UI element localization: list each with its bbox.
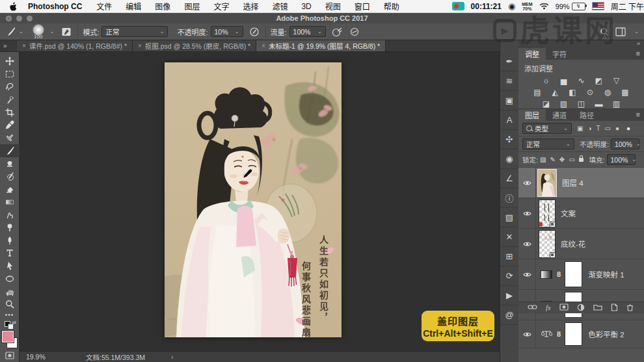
- status-chevron-icon[interactable]: ›: [171, 354, 173, 361]
- dock-history-icon[interactable]: ⟳: [500, 266, 519, 286]
- gradient-map-layer-icon[interactable]: [541, 270, 552, 279]
- move-tool[interactable]: [0, 55, 20, 68]
- link-layers-icon[interactable]: [528, 304, 537, 311]
- tab-channels[interactable]: 通道: [546, 109, 573, 121]
- collapse-panels-chevron-icon[interactable]: »: [518, 40, 644, 48]
- path-selection-tool[interactable]: [0, 259, 20, 272]
- add-mask-icon[interactable]: [559, 304, 569, 312]
- visibility-eye-icon[interactable]: [518, 320, 536, 348]
- wifi-icon[interactable]: [539, 3, 549, 10]
- lock-all-icon[interactable]: [579, 158, 584, 162]
- adj-threshold-icon[interactable]: ◫: [576, 99, 587, 109]
- menu-layer[interactable]: 图层: [184, 1, 200, 12]
- document-tab-2[interactable]: × 抠图.psd @ 28.5% (磨皮, RGB/8) *: [133, 40, 256, 51]
- menu-edit[interactable]: 编辑: [126, 1, 141, 12]
- search-icon[interactable]: [600, 27, 609, 36]
- shape-tool[interactable]: [0, 272, 20, 285]
- pen-tool[interactable]: [0, 234, 20, 247]
- edit-toolbar-dots-icon[interactable]: •••: [0, 311, 20, 320]
- delete-layer-icon[interactable]: [626, 304, 634, 313]
- dock-brushes-icon[interactable]: ✒: [500, 52, 519, 71]
- layer-name[interactable]: 文案: [561, 208, 576, 218]
- filter-type-layers-icon[interactable]: T: [597, 125, 600, 132]
- layer-row-selected[interactable]: 图层 4: [518, 168, 644, 198]
- menu-type[interactable]: 文字: [213, 1, 229, 12]
- brush-preset-picker[interactable]: 100: [29, 23, 48, 40]
- close-icon[interactable]: ×: [22, 42, 26, 49]
- adj-selective-color-icon[interactable]: ▥: [611, 99, 622, 109]
- layer-row[interactable]: 8 渐变映射 1: [518, 259, 644, 290]
- lock-pixels-icon[interactable]: ✎: [550, 156, 555, 163]
- close-icon[interactable]: ×: [262, 42, 265, 49]
- type-tool[interactable]: [0, 247, 20, 260]
- brush-tool-preset-icon[interactable]: [4, 25, 17, 38]
- layer-thumbnail[interactable]: [539, 230, 556, 258]
- hand-tool[interactable]: [0, 285, 20, 298]
- layer-row[interactable]: 底纹-花: [518, 229, 644, 259]
- layer-name[interactable]: 底纹-花: [561, 239, 585, 249]
- clone-stamp-tool[interactable]: [0, 157, 20, 170]
- dodge-tool[interactable]: [0, 221, 20, 234]
- visibility-eye-icon[interactable]: [518, 259, 536, 289]
- tab-adjustments[interactable]: 调整: [518, 48, 546, 60]
- adj-gradient-map-icon[interactable]: ▬: [594, 99, 604, 109]
- layer-thumbnail[interactable]: [539, 200, 556, 227]
- adj-channel-mixer-icon[interactable]: ◍: [602, 88, 613, 97]
- pressure-opacity-icon[interactable]: [248, 25, 261, 38]
- tab-character[interactable]: 字符: [546, 48, 573, 60]
- dock-libraries-icon[interactable]: ◉: [500, 149, 519, 169]
- adj-black-white-icon[interactable]: ◧: [567, 88, 578, 97]
- lock-position-icon[interactable]: ✥: [559, 156, 565, 163]
- adj-photo-filter-icon[interactable]: ⊙: [585, 88, 595, 97]
- document-tab-3-active[interactable]: × 未标题-1 @ 19.9% (图层 4, RGB/8) *: [256, 40, 386, 51]
- menu-select[interactable]: 选择: [243, 1, 258, 12]
- adj-color-lookup-icon[interactable]: ▩: [620, 88, 630, 97]
- layer-opacity-dropdown[interactable]: 100%⌄: [611, 138, 639, 149]
- input-language-flag-icon[interactable]: [592, 2, 604, 10]
- adj-invert-icon[interactable]: ◪: [541, 99, 552, 109]
- battery-indicator[interactable]: 99% ↯: [556, 3, 585, 10]
- dock-brush-settings-icon[interactable]: ≋: [500, 71, 519, 91]
- layer-fill-dropdown[interactable]: 100%⌄: [607, 154, 636, 165]
- document-canvas[interactable]: [165, 62, 342, 337]
- brush-tool-active[interactable]: [0, 144, 20, 157]
- layer-name[interactable]: 图层 4: [562, 177, 584, 188]
- apple-menu-icon[interactable]: [8, 2, 16, 11]
- filter-shape-layers-icon[interactable]: ▭: [605, 125, 611, 132]
- dock-curves-graph-icon[interactable]: ∠: [500, 169, 519, 188]
- visibility-eye-icon[interactable]: [518, 168, 536, 198]
- adj-hue-sat-icon[interactable]: ▤: [532, 88, 543, 97]
- menubar-clock-day[interactable]: 周二 下午: [611, 1, 644, 12]
- menu-3d[interactable]: 3D: [301, 2, 311, 11]
- workspace-switcher-icon[interactable]: [615, 27, 626, 36]
- layer-styles-fx-icon[interactable]: fx: [546, 304, 551, 311]
- lock-transparency-icon[interactable]: ▨: [540, 156, 546, 163]
- zoom-level-field[interactable]: 19.9%: [20, 353, 66, 361]
- dock-styles-icon[interactable]: ✣: [500, 130, 519, 149]
- dock-paragraph-styles-icon[interactable]: @: [500, 305, 519, 325]
- filter-adjustment-layers-icon[interactable]: ◑: [587, 125, 591, 132]
- dock-navigator-icon[interactable]: ▨: [500, 208, 519, 227]
- close-icon[interactable]: ×: [138, 42, 142, 49]
- marquee-tool[interactable]: [0, 68, 20, 81]
- spot-healing-tool[interactable]: [0, 131, 20, 144]
- menu-image[interactable]: 图像: [155, 1, 170, 12]
- swap-colors-icon[interactable]: ⇄: [12, 320, 17, 326]
- panel-menu-icon[interactable]: ≡: [636, 48, 644, 60]
- dock-knife-icon[interactable]: ✕: [500, 227, 519, 247]
- layer-filter-dropdown[interactable]: 类型⌄: [522, 123, 572, 134]
- visibility-eye-icon[interactable]: [518, 198, 536, 228]
- foreground-color-swatch[interactable]: [2, 331, 14, 343]
- crop-tool[interactable]: [0, 106, 20, 119]
- dock-timeline-icon[interactable]: ⊞: [500, 247, 519, 266]
- new-group-icon[interactable]: [593, 304, 602, 312]
- brush-picker-chevron-icon[interactable]: ⌄: [50, 29, 55, 34]
- airbrush-icon[interactable]: [331, 25, 344, 38]
- filter-smart-objects-icon[interactable]: ●: [615, 125, 619, 132]
- flow-dropdown[interactable]: 100%⌄: [289, 26, 326, 37]
- smudge-tool[interactable]: [0, 208, 20, 221]
- layer-row[interactable]: 8 色彩平衡 2: [518, 320, 644, 348]
- new-adjustment-layer-icon[interactable]: [577, 304, 585, 313]
- tool-preset-chevron-icon[interactable]: ⌄: [19, 29, 23, 34]
- menu-help[interactable]: 帮助: [384, 1, 399, 12]
